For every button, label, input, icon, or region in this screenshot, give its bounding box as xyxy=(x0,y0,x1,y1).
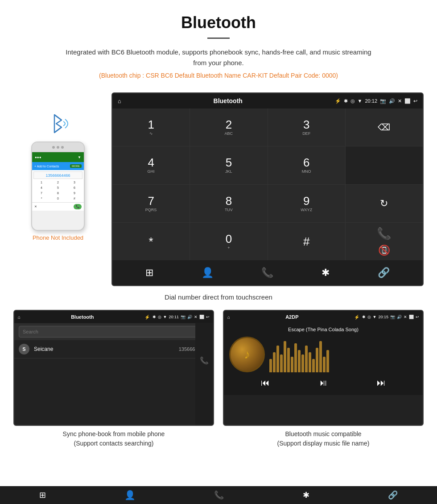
pb-usb-icon: ⚡ xyxy=(144,315,150,320)
bottom-screens: ⌂ Bluetooth ⚡ ✱ ◎ ▼ 20:11 📷 🔊 ✕ ⬜ ↩ xyxy=(0,310,437,448)
phone-not-included-label: Phone Not Included xyxy=(33,234,83,241)
music-usb-icon: ⚡ xyxy=(354,315,359,320)
status-left-icons: ⌂ xyxy=(118,98,121,104)
volume-icon: 🔊 xyxy=(389,98,395,104)
page-title: Bluetooth xyxy=(9,13,428,32)
dial-call-hangup-area: 📞 📵 xyxy=(346,223,423,260)
music-controls: ⏮ ⏯ ⏭ xyxy=(227,374,419,392)
pb-camera-icon: 📷 xyxy=(181,315,186,319)
music-visualizer xyxy=(269,337,417,372)
music-home-icon[interactable]: ⌂ xyxy=(227,315,230,320)
usb-icon: ⚡ xyxy=(335,98,341,104)
grid-icon[interactable]: ⊞ xyxy=(145,267,153,279)
music-vol-icon: 🔊 xyxy=(397,315,402,319)
music-bt-icon: ✱ xyxy=(362,315,366,319)
dial-key-6[interactable]: 6MNO xyxy=(268,146,345,184)
phonebook-screen: ⌂ Bluetooth ⚡ ✱ ◎ ▼ 20:11 📷 🔊 ✕ ⬜ ↩ xyxy=(13,310,214,426)
close-icon[interactable]: ✕ xyxy=(398,98,402,104)
music-play-pause-icon[interactable]: ⏯ xyxy=(319,378,328,388)
dial-call-button[interactable]: 📞 xyxy=(377,227,391,241)
signal-icon: ▼ xyxy=(358,98,363,104)
home-icon[interactable]: ⌂ xyxy=(118,98,121,104)
pb-search-input[interactable] xyxy=(19,326,198,337)
window-icon[interactable]: ⬜ xyxy=(404,98,411,104)
music-back-icon[interactable]: ↩ xyxy=(416,315,419,319)
car-bottom-bar: ⊞ 👤 📞 ✱ 🔗 xyxy=(112,260,423,285)
dial-key-hash[interactable]: # xyxy=(268,223,345,260)
music-win-icon[interactable]: ⬜ xyxy=(409,315,414,319)
dial-key-star[interactable]: * xyxy=(112,223,190,260)
pb-close-icon[interactable]: ✕ xyxy=(194,315,198,319)
music-forward-icon[interactable]: ⏭ xyxy=(377,378,386,388)
phone-call-button[interactable]: 📞 xyxy=(74,204,82,209)
pb-win-icon[interactable]: ⬜ xyxy=(199,315,204,319)
pb-signal-icon: ▼ xyxy=(163,315,167,319)
pb-location-icon: ◎ xyxy=(158,315,161,319)
music-time: 20:15 xyxy=(378,315,388,319)
pb-contact-name: Seicane xyxy=(34,346,174,352)
car-screen-title: Bluetooth xyxy=(126,97,330,104)
link-icon[interactable]: 🔗 xyxy=(378,267,390,279)
music-album-art: ♪ xyxy=(229,337,265,372)
phone-device: ●●●▼ + Add to Contacts MORE 13566664466 … xyxy=(31,142,85,231)
music-sig-icon: ▼ xyxy=(373,315,377,319)
music-note-icon: ♪ xyxy=(244,347,250,362)
music-body: Escape (The Pina Colada Song) ♪ ⏮ ⏯ ⏭ xyxy=(224,323,423,395)
phone-contacts-header: + Add to Contacts MORE xyxy=(32,162,84,170)
pb-contact-row[interactable]: S Seicane 13566664466 xyxy=(14,340,213,358)
music-loc-icon: ◎ xyxy=(367,315,371,319)
title-divider xyxy=(207,37,230,39)
pb-search-bar: 🔍 xyxy=(14,323,213,340)
dial-key-9[interactable]: 9WXYZ xyxy=(268,185,345,222)
dial-key-0[interactable]: 0+ xyxy=(190,223,267,260)
camera-icon: 📷 xyxy=(380,98,386,104)
phone-dot xyxy=(57,146,59,149)
dial-key-5[interactable]: 5JKL xyxy=(190,146,267,184)
music-close-icon[interactable]: ✕ xyxy=(404,315,407,319)
pb-title: Bluetooth xyxy=(23,314,142,320)
dial-key-4[interactable]: 4GHI xyxy=(112,146,190,184)
dial-key-refresh[interactable]: ↻ xyxy=(346,185,423,222)
dial-key-2[interactable]: 2ABC xyxy=(190,108,267,146)
pb-status-right: ✱ ◎ ▼ 20:11 📷 🔊 ✕ ⬜ ↩ xyxy=(153,315,210,319)
svg-line-1 xyxy=(54,127,62,133)
main-caption: Dial number direct from touchscreen xyxy=(0,293,437,301)
pb-bt-icon: ✱ xyxy=(153,315,156,319)
phone-side: ●●●▼ + Add to Contacts MORE 13566664466 … xyxy=(13,92,103,241)
bluetooth-nav-icon[interactable]: ✱ xyxy=(322,267,330,279)
contacts-icon[interactable]: 👤 xyxy=(202,267,214,279)
music-song-title: Escape (The Pina Colada Song) xyxy=(227,327,419,332)
pb-back-icon[interactable]: ↩ xyxy=(206,315,210,319)
car-status-bar: ⌂ Bluetooth ⚡ ✱ ◎ ▼ 20:12 📷 🔊 ✕ ⬜ ↩ xyxy=(112,93,423,108)
status-right-icons: ⚡ ✱ ◎ ▼ 20:12 📷 🔊 ✕ ⬜ ↩ xyxy=(335,98,417,104)
page-header: Bluetooth Integrated with BC6 Bluetooth … xyxy=(0,0,437,92)
pb-right-phone-icon[interactable]: 📞 xyxy=(200,356,209,365)
dial-hangup-button[interactable]: 📵 xyxy=(378,245,390,256)
music-title: A2DP xyxy=(233,314,351,320)
dial-key-8[interactable]: 8TUV xyxy=(190,185,267,222)
phone-top-bar xyxy=(32,142,84,152)
pb-vol-icon: 🔊 xyxy=(187,315,192,319)
bluetooth-icon: ✱ xyxy=(344,98,348,104)
dial-key-backspace[interactable]: ⌫ xyxy=(346,108,423,146)
music-screen: ⌂ A2DP ⚡ ✱ ◎ ▼ 20:15 📷 🔊 ✕ ⬜ ↩ Escap xyxy=(223,310,424,426)
dial-key-7[interactable]: 7PQRS xyxy=(112,185,190,222)
car-screen-large: ⌂ Bluetooth ⚡ ✱ ◎ ▼ 20:12 📷 🔊 ✕ ⬜ ↩ 1∿ xyxy=(111,92,424,286)
pb-caption: Sync phone-book from mobile phone (Suppo… xyxy=(13,429,214,448)
back-icon[interactable]: ↩ xyxy=(413,98,417,104)
dial-key-3[interactable]: 3DEF xyxy=(268,108,345,146)
phone-icon[interactable]: 📞 xyxy=(261,267,273,279)
music-rewind-icon[interactable]: ⏮ xyxy=(261,378,270,388)
dial-key-1[interactable]: 1∿ xyxy=(112,108,190,146)
music-status-right: ✱ ◎ ▼ 20:15 📷 🔊 ✕ ⬜ ↩ xyxy=(362,315,419,319)
phonebook-container: ⌂ Bluetooth ⚡ ✱ ◎ ▼ 20:11 📷 🔊 ✕ ⬜ ↩ xyxy=(13,310,214,448)
music-container: ⌂ A2DP ⚡ ✱ ◎ ▼ 20:15 📷 🔊 ✕ ⬜ ↩ Escap xyxy=(223,310,424,448)
page-description: Integrated with BC6 Bluetooth module, su… xyxy=(62,47,375,68)
phone-screen-bar: ●●●▼ xyxy=(32,152,84,162)
phone-dial-pad: 13566664466 123 456 789 *0# xyxy=(32,170,84,202)
dial-pad-grid: 1∿ 2ABC 3DEF ⌫ 4GHI 5JKL 6MNO xyxy=(112,108,423,260)
pb-home-icon[interactable]: ⌂ xyxy=(18,315,21,320)
music-main-row: ♪ xyxy=(227,335,419,374)
pb-contact-avatar: S xyxy=(19,344,29,354)
pb-status-bar: ⌂ Bluetooth ⚡ ✱ ◎ ▼ 20:11 📷 🔊 ✕ ⬜ ↩ xyxy=(14,311,213,323)
